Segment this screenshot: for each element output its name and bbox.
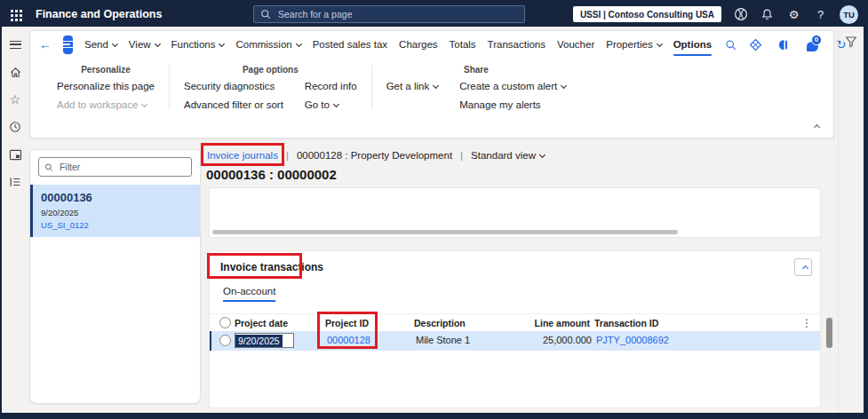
- menu-item-voucher[interactable]: Voucher: [557, 39, 594, 50]
- list-item[interactable]: 000001369/20/2025US_SI_0122: [30, 185, 200, 237]
- horizontal-scrollbar-thumb[interactable]: [212, 230, 678, 234]
- column-header-transaction-id[interactable]: Transaction ID: [594, 318, 719, 328]
- record-list-panel: 000001369/20/2025US_SI_0122: [29, 149, 201, 404]
- vertical-scrollbar[interactable]: [826, 316, 832, 407]
- menu-item-label: Charges: [399, 39, 437, 50]
- modules-list-icon[interactable]: [8, 175, 22, 189]
- tab-on-account[interactable]: On-account: [223, 286, 275, 302]
- home-icon[interactable]: [8, 65, 22, 79]
- column-header-line-amount[interactable]: Line amount: [508, 318, 590, 328]
- left-nav-rail: ☆: [2, 27, 28, 413]
- back-arrow-icon[interactable]: ←: [39, 38, 52, 51]
- row-select-radio[interactable]: [219, 335, 231, 346]
- breadcrumb-journal-link[interactable]: Invoice journals: [207, 150, 278, 161]
- global-search[interactable]: [253, 5, 525, 23]
- ribbon-item-get-a-link[interactable]: Get a link: [386, 81, 439, 91]
- chevron-down-icon: [219, 40, 225, 46]
- ribbon-item-add-to-workspace: Add to workspace: [57, 99, 155, 110]
- topbar-right-cluster: USSI | Contoso Consulting USA ⚙ ? TU: [573, 2, 858, 27]
- ribbon-item-security-diagnostics[interactable]: Security diagnostics: [184, 81, 283, 91]
- settings-gear-icon[interactable]: ⚙: [786, 7, 801, 22]
- action-pane-search-icon[interactable]: [725, 39, 737, 51]
- task-guide-icon[interactable]: [776, 37, 792, 52]
- menu-item-view[interactable]: View: [129, 39, 160, 50]
- record-filter-box[interactable]: [38, 157, 192, 177]
- recent-clock-icon[interactable]: [8, 120, 22, 134]
- favorites-star-icon[interactable]: ☆: [8, 92, 22, 107]
- breadcrumb-separator: |: [460, 150, 463, 161]
- menu-lines-icon: [63, 41, 73, 48]
- app-launcher-button[interactable]: [2, 2, 28, 27]
- grid-more-options-icon[interactable]: ⋮: [801, 317, 812, 329]
- vertical-scrollbar-thumb[interactable]: [826, 318, 832, 348]
- ribbon-item-manage-my-alerts[interactable]: Manage my alerts: [459, 99, 566, 110]
- menu-item-send[interactable]: Send: [84, 39, 117, 50]
- menu-item-functions[interactable]: Functions: [171, 39, 225, 50]
- ribbon-item-label: Get a link: [386, 81, 430, 91]
- ribbon-item-record-info[interactable]: Record info: [305, 81, 357, 91]
- page-menu-button[interactable]: [63, 36, 73, 54]
- top-navbar: Finance and Operations USSI | Contoso Co…: [2, 2, 864, 27]
- environment-button[interactable]: USSI | Contoso Consulting USA: [573, 6, 721, 22]
- ribbon-columns: Get a linkCreate a custom alertManage my…: [386, 81, 567, 110]
- ribbon-column: Record infoGo to: [305, 81, 357, 110]
- chevron-down-icon: [155, 40, 161, 46]
- cell-transaction-id[interactable]: PJTY_00008692: [596, 335, 721, 345]
- expand-menu-icon[interactable]: [8, 37, 22, 51]
- ribbon-item-advanced-filter-or-sort[interactable]: Advanced filter or sort: [184, 99, 283, 110]
- hamburger-icon: [10, 41, 21, 49]
- user-avatar[interactable]: TU: [840, 5, 858, 24]
- view-selector[interactable]: Standard view: [471, 150, 545, 161]
- view-selector-label: Standard view: [471, 150, 536, 161]
- ribbon-item-personalize-this-page[interactable]: Personalize this page: [57, 81, 155, 91]
- horizontal-scrollbar[interactable]: [211, 229, 818, 235]
- cell-project-date[interactable]: 9/20/2025: [235, 333, 294, 348]
- menu-item-totals[interactable]: Totals: [450, 39, 476, 50]
- cell-description: Mile Stone 1: [416, 335, 514, 345]
- section-title: Invoice transactions: [220, 261, 323, 273]
- menu-item-posted-sales-tax[interactable]: Posted sales tax: [313, 39, 387, 50]
- ribbon-columns: Security diagnosticsAdvanced filter or s…: [184, 81, 357, 110]
- ribbon-column: Create a custom alertManage my alerts: [459, 81, 566, 110]
- menu-item-label: Functions: [171, 39, 216, 50]
- ribbon-item-label: Add to workspace: [57, 99, 138, 110]
- menu-item-label: Commission: [235, 39, 291, 50]
- column-header-description[interactable]: Description: [414, 318, 512, 328]
- messages-icon[interactable]: 0: [805, 37, 820, 52]
- selected-text: 9/20/2025: [235, 335, 283, 347]
- menu-item-label: Transactions: [488, 39, 545, 50]
- ribbon-item-go-to[interactable]: Go to: [305, 99, 357, 110]
- table-row[interactable]: 9/20/202500000128Mile Stone 125,000.000P…: [210, 331, 820, 351]
- column-header-project-id[interactable]: Project ID: [325, 318, 410, 328]
- menu-item-transactions[interactable]: Transactions: [488, 39, 545, 50]
- search-icon: [260, 9, 271, 20]
- workspaces-icon[interactable]: [8, 147, 22, 162]
- ribbon-item-label: Advanced filter or sort: [184, 99, 283, 110]
- chevron-up-icon: [814, 124, 820, 130]
- column-header-project-date[interactable]: Project date: [235, 318, 320, 328]
- office-apps-icon[interactable]: [748, 37, 763, 52]
- menu-item-properties[interactable]: Properties: [606, 39, 661, 50]
- record-filter-input[interactable]: [58, 161, 186, 173]
- menu-item-commission[interactable]: Commission: [235, 39, 300, 50]
- filter-funnel-icon[interactable]: [844, 35, 858, 413]
- chevron-down-icon: [657, 40, 663, 46]
- copilot-icon[interactable]: [733, 7, 748, 22]
- grid-header-row: Project dateProject IDDescriptionLine am…: [210, 313, 820, 331]
- ribbon-column: Personalize this pageAdd to workspace: [57, 81, 155, 110]
- menu-item-charges[interactable]: Charges: [399, 39, 437, 50]
- global-search-input[interactable]: [276, 8, 518, 20]
- collapse-action-pane-button[interactable]: [810, 117, 819, 133]
- cell-line-amount: 25,000.000: [510, 335, 592, 345]
- help-icon[interactable]: ?: [813, 7, 828, 22]
- action-pane-menu-row: ← SendViewFunctionsCommissionPosted sale…: [30, 31, 833, 58]
- collapse-section-button[interactable]: [794, 258, 812, 276]
- app-screen: Finance and Operations USSI | Contoso Co…: [2, 2, 864, 413]
- select-all-radio[interactable]: [219, 317, 231, 328]
- notifications-bell-icon[interactable]: [760, 7, 775, 22]
- cell-project-id[interactable]: 00000128: [327, 335, 412, 345]
- ribbon-item-create-a-custom-alert[interactable]: Create a custom alert: [459, 81, 566, 91]
- menu-item-options[interactable]: Options: [673, 39, 712, 50]
- ribbon-item-label: Security diagnostics: [184, 81, 275, 91]
- filter-rail: [838, 27, 864, 413]
